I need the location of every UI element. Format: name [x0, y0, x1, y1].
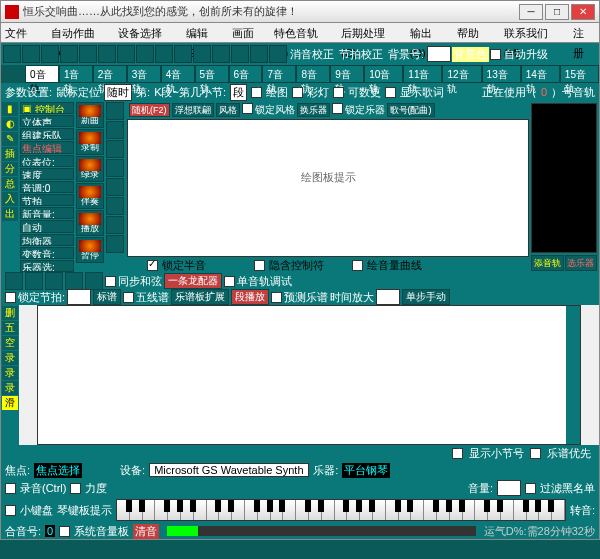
sync-check[interactable] — [105, 276, 116, 287]
barnum-check[interactable] — [452, 448, 463, 459]
lyric-check[interactable] — [385, 87, 396, 98]
inst-select[interactable]: 平台钢琴 — [342, 463, 390, 478]
menu-edit[interactable]: 编辑(E) — [186, 23, 222, 42]
volcurve-check[interactable] — [352, 260, 363, 271]
tool-icon[interactable] — [60, 45, 78, 63]
stereo-button[interactable]: 立体声 — [20, 115, 74, 127]
menu-contact[interactable]: 联系我们(M) — [504, 23, 564, 42]
rail-icon[interactable]: ✎ — [2, 132, 18, 146]
tool-icon[interactable] — [65, 272, 83, 290]
tool-icon[interactable] — [98, 45, 116, 63]
rail-icon[interactable]: 总 — [2, 177, 18, 191]
tool-icon[interactable] — [106, 197, 124, 215]
pause-button[interactable]: 暂停 — [76, 237, 104, 263]
tool-icon[interactable] — [106, 235, 124, 253]
tool-icon[interactable] — [106, 159, 124, 177]
tab-track-9[interactable]: 9音轨 — [330, 65, 364, 83]
tool-icon[interactable] — [174, 45, 192, 63]
rail-icon[interactable]: 插 — [2, 147, 18, 161]
lockhalf-check[interactable] — [147, 260, 158, 271]
single-check[interactable] — [224, 276, 235, 287]
menu-auto[interactable]: 自动作曲(A) — [51, 23, 109, 42]
minimize-button[interactable]: ─ — [519, 4, 543, 20]
close-button[interactable]: ✕ — [571, 4, 595, 20]
zoom-input[interactable] — [376, 289, 400, 305]
tool-icon[interactable] — [41, 45, 59, 63]
titlebar[interactable]: 恒乐交响曲……从此找到您的感觉，创前所未有的旋律！ ─ □ ✕ — [1, 1, 599, 23]
tool-icon[interactable] — [193, 45, 211, 63]
tab-track-14[interactable]: 14音轨 — [521, 65, 560, 83]
rec-check[interactable] — [333, 87, 344, 98]
menu-view[interactable]: 画面(I) — [232, 23, 264, 42]
sec-select[interactable]: 段 — [230, 84, 247, 101]
tool-icon[interactable] — [106, 140, 124, 158]
expand-button[interactable]: 乐谱板扩展 — [171, 289, 229, 305]
tool-icon[interactable] — [212, 45, 230, 63]
band-button[interactable]: 组建乐队 — [20, 128, 74, 140]
tool-icon[interactable] — [5, 272, 23, 290]
tool-icon[interactable] — [106, 121, 124, 139]
vol-input[interactable] — [497, 480, 521, 496]
piano-keyboard[interactable] — [116, 499, 566, 521]
var-button[interactable]: 变数音: — [20, 247, 74, 259]
bgcolor-button[interactable]: 背景色 — [452, 47, 489, 62]
rail-icon[interactable]: 滑 — [2, 396, 18, 410]
tempo-button[interactable]: 节拍 — [20, 194, 74, 206]
segplay-button[interactable]: 段播放 — [231, 289, 269, 305]
tab-track-2[interactable]: 2音轨 — [93, 65, 127, 83]
float-button[interactable]: 浮想联翩 — [172, 103, 214, 117]
menu-device[interactable]: 设备选择(S) — [118, 23, 176, 42]
tab-track-0[interactable]: 0音轨 — [25, 65, 59, 83]
preview-check[interactable] — [271, 292, 282, 303]
changeinst-button[interactable]: 换乐器 — [297, 103, 330, 117]
tempo-fix-label[interactable]: 节拍校正 — [337, 47, 385, 62]
tool-icon[interactable] — [79, 45, 97, 63]
rail-icon[interactable]: 空 — [2, 336, 18, 350]
draw-check[interactable] — [251, 87, 262, 98]
rail-icon[interactable]: 删 — [2, 306, 18, 320]
lockinst-check[interactable] — [332, 103, 343, 114]
accomp-button[interactable]: 伴奏 — [76, 183, 104, 209]
tab-track-1[interactable]: 1音轨 — [59, 65, 93, 83]
menu-track[interactable]: 特色音轨(T) — [274, 23, 331, 42]
tab-track-12[interactable]: 12音轨 — [442, 65, 481, 83]
tempo-input[interactable] — [67, 289, 91, 305]
realtime-select[interactable]: 随时 — [104, 84, 132, 101]
tool-icon[interactable] — [45, 272, 63, 290]
sysvol-check[interactable] — [59, 526, 70, 537]
tool-icon[interactable] — [155, 45, 173, 63]
menu-register[interactable]: 注册 — [573, 23, 595, 42]
tool-icon[interactable] — [269, 45, 287, 63]
hidectl-check[interactable] — [254, 260, 265, 271]
tool-icon[interactable] — [106, 216, 124, 234]
priority-check[interactable] — [530, 448, 541, 459]
songop-button[interactable]: 歌号(配曲) — [387, 103, 435, 117]
light-check[interactable] — [292, 87, 303, 98]
tab-track-8[interactable]: 8音轨 — [296, 65, 330, 83]
add-track-button[interactable]: 添音轨 — [531, 255, 564, 271]
filter-check[interactable] — [525, 483, 536, 494]
rail-icon[interactable]: 入 — [2, 192, 18, 206]
menu-file[interactable]: 文件(F) — [5, 23, 41, 42]
lockstyle-check[interactable] — [242, 103, 253, 114]
focus-edit-button[interactable]: 焦点编辑 — [20, 141, 74, 153]
random-button[interactable]: 随机(F2) — [129, 103, 170, 117]
lido-check[interactable] — [70, 483, 81, 494]
pos-button[interactable]: 位表位: — [20, 155, 74, 167]
new-song-button[interactable]: 新曲 — [76, 102, 104, 128]
clear-button[interactable]: 清音 — [133, 524, 159, 539]
rail-icon[interactable]: 出 — [2, 207, 18, 221]
menu-output[interactable]: 输出(O) — [410, 23, 447, 42]
rail-icon[interactable]: 录C — [2, 381, 18, 395]
score-canvas[interactable] — [37, 305, 581, 445]
draw-canvas[interactable]: 绘图板提示 — [127, 119, 529, 257]
staff-check[interactable] — [123, 292, 134, 303]
tool-icon[interactable] — [106, 178, 124, 196]
auto-button[interactable]: 自动 — [20, 220, 74, 232]
rail-icon[interactable]: ◐ — [2, 117, 18, 131]
tab-track-3[interactable]: 3音轨 — [127, 65, 161, 83]
tool-icon[interactable] — [25, 272, 43, 290]
inst-button[interactable]: 乐器选: — [20, 260, 74, 272]
menu-help[interactable]: 帮助(H) — [457, 23, 494, 42]
tab-track-15[interactable]: 15音轨 — [560, 65, 599, 83]
